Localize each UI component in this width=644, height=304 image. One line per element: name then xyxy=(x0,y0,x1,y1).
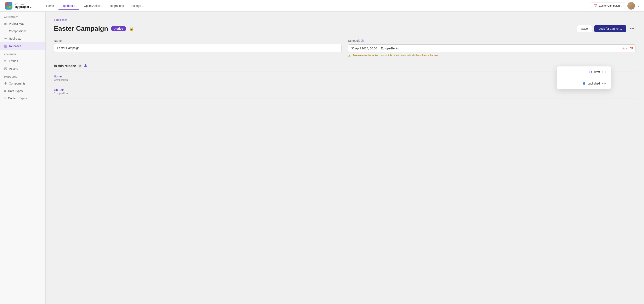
schedule-input-wrapper: clear 📅 xyxy=(348,44,636,52)
status-popup: draft ••• published ••• xyxy=(557,66,611,89)
sidebar-label-assets: Assets xyxy=(9,67,18,70)
nav-label-home: Home xyxy=(46,4,54,8)
published-more-button[interactable]: ••• xyxy=(602,82,607,85)
schedule-info-icon[interactable]: ⓘ xyxy=(361,39,364,42)
team-label: MY TEAM xyxy=(14,3,32,5)
campaign-calendar-icon: 📅 xyxy=(594,4,598,8)
header-actions: Save Lock for Launch... ••• xyxy=(577,25,636,32)
chevron-down-icon: ⌵ xyxy=(76,5,77,7)
sidebar-section-content: CONTENT ✏ Entries ▨ Assets xyxy=(0,53,46,72)
project-name-text: My project xyxy=(14,5,29,9)
nav-label-integrations: Integrations xyxy=(109,4,124,8)
schedule-label-text: Schedule xyxy=(348,39,360,42)
modeling-section-label: MODELING xyxy=(0,76,46,80)
page-header: Easter Campaign Active 🔒 Save Lock for L… xyxy=(54,25,636,32)
sidebar-label-components: Components xyxy=(9,82,25,85)
campaign-selector[interactable]: 📅 Easter Campaign ⌵ xyxy=(591,2,625,9)
release-item-info-home: Home Composition xyxy=(54,75,68,81)
logo-icon xyxy=(5,2,12,10)
svg-rect-2 xyxy=(7,6,8,8)
more-options-button[interactable]: ••• xyxy=(628,25,636,32)
schedule-field-group: Schedule ⓘ clear 📅 ⚠ Release must be loc… xyxy=(348,39,636,58)
nav-item-home[interactable]: Home xyxy=(43,3,57,10)
release-item-type-home: Composition xyxy=(54,78,68,81)
save-button[interactable]: Save xyxy=(577,25,592,32)
redirects-icon: ↷ xyxy=(4,37,7,41)
release-table: Home Composition On Sale Composition xyxy=(54,71,636,98)
sidebar-label-entries: Entries xyxy=(9,59,18,63)
sidebar-item-data-types[interactable]: ≡ Data Types xyxy=(0,87,46,94)
draft-more-button[interactable]: ••• xyxy=(602,70,607,74)
clear-button[interactable]: clear xyxy=(622,47,628,50)
nav-item-settings[interactable]: Settings ⌵ xyxy=(128,3,146,10)
name-input[interactable] xyxy=(54,44,342,52)
schedule-label: Schedule ⓘ xyxy=(348,39,636,43)
warning-text: Release must be locked prior to this dat… xyxy=(352,54,438,57)
nav-item-optimization[interactable]: Optimization ⌵ xyxy=(81,3,105,10)
chevron-down-icon: ⌵ xyxy=(101,5,102,7)
campaign-name: Easter Campaign xyxy=(599,4,620,7)
name-field-group: Name xyxy=(54,39,342,58)
section-title: In this release 2 ⓘ xyxy=(54,64,636,68)
release-section: In this release 2 ⓘ Home Composition On … xyxy=(54,64,636,98)
sidebar-label-releases: Releases xyxy=(9,44,21,48)
chevron-down-icon: ⌵ xyxy=(142,5,143,7)
main-content: ‹ Releases Easter Campaign Active 🔒 Save… xyxy=(46,12,644,304)
project-name[interactable]: My project ⌵ xyxy=(14,5,32,9)
logo-area[interactable]: MY TEAM My project ⌵ xyxy=(5,2,32,10)
campaign-dropdown-icon: ⌵ xyxy=(621,5,622,7)
avatar[interactable] xyxy=(628,2,635,10)
sidebar-item-assets[interactable]: ▨ Assets xyxy=(0,65,46,72)
entries-icon: ✏ xyxy=(4,59,7,63)
release-item-info-onsale: On Sale Composition xyxy=(54,88,68,95)
nav-item-integrations[interactable]: Integrations xyxy=(106,3,127,10)
top-navigation: MY TEAM My project ⌵ Home Experience ⌵ O… xyxy=(0,0,644,12)
nav-divider xyxy=(40,3,40,9)
sidebar-item-entries[interactable]: ✏ Entries xyxy=(0,57,46,65)
calendar-icon[interactable]: 📅 xyxy=(630,47,634,51)
back-chevron-icon: ‹ xyxy=(54,18,55,21)
release-item-name-home[interactable]: Home xyxy=(54,75,68,78)
page-title-area: Easter Campaign Active 🔒 xyxy=(54,25,134,32)
lock-for-launch-button[interactable]: Lock for Launch... xyxy=(594,25,626,32)
draft-status-dot xyxy=(590,71,592,73)
nav-label-optimization: Optimization xyxy=(84,4,100,8)
team-info: MY TEAM My project ⌵ xyxy=(14,3,32,9)
popup-row-draft: draft ••• xyxy=(557,66,611,78)
nav-right: 📅 Easter Campaign ⌵ ⌵ xyxy=(591,2,639,10)
sidebar-item-components[interactable]: ⚙ Components xyxy=(0,80,46,87)
svg-rect-0 xyxy=(7,4,8,6)
avatar-image xyxy=(628,2,635,10)
release-count-badge: 2 xyxy=(78,64,82,68)
nav-item-experience[interactable]: Experience ⌵ xyxy=(58,3,80,10)
published-status-text: published xyxy=(588,82,600,85)
release-info-icon[interactable]: ⓘ xyxy=(84,64,87,68)
sidebar-label-data-types: Data Types xyxy=(8,89,23,93)
breadcrumb-label: Releases xyxy=(56,18,67,21)
schedule-input[interactable] xyxy=(348,44,636,52)
content-section-label: CONTENT xyxy=(0,53,46,57)
user-dropdown-icon[interactable]: ⌵ xyxy=(637,4,639,8)
sidebar-item-project-map[interactable]: ⊞ Project Map xyxy=(0,20,46,27)
assets-icon: ▨ xyxy=(4,67,7,70)
schedule-actions: clear 📅 xyxy=(622,47,634,51)
breadcrumb[interactable]: ‹ Releases xyxy=(54,18,636,21)
sidebar-item-redirects[interactable]: ↷ Redirects xyxy=(0,35,46,42)
data-types-icon: ≡ xyxy=(4,89,6,93)
popup-row-published: published ••• xyxy=(557,78,611,89)
sidebar-section-assembly: ASSEMBLY ⊞ Project Map ☰ Compositions ↷ … xyxy=(0,16,46,50)
sidebar-label-content-types: Content Types xyxy=(8,97,27,100)
name-label-text: Name xyxy=(54,39,62,42)
sidebar-section-modeling: MODELING ⚙ Components ≡ Data Types ≡ Con… xyxy=(0,76,46,102)
releases-icon: ▦ xyxy=(4,44,7,48)
svg-rect-1 xyxy=(9,4,10,6)
sidebar-item-compositions[interactable]: ☰ Compositions xyxy=(0,27,46,35)
form-grid: Name Schedule ⓘ clear 📅 ⚠ Release must b… xyxy=(54,39,636,58)
sidebar-item-content-types[interactable]: ≡ Content Types xyxy=(0,94,46,102)
release-item-name-onsale[interactable]: On Sale xyxy=(54,88,68,92)
sidebar-item-releases[interactable]: ▦ Releases xyxy=(0,42,46,50)
published-status-dot xyxy=(583,82,585,85)
lock-icon[interactable]: 🔒 xyxy=(129,26,134,31)
nav-items: Home Experience ⌵ Optimization ⌵ Integra… xyxy=(43,2,591,9)
table-row: Home Composition xyxy=(54,71,636,85)
